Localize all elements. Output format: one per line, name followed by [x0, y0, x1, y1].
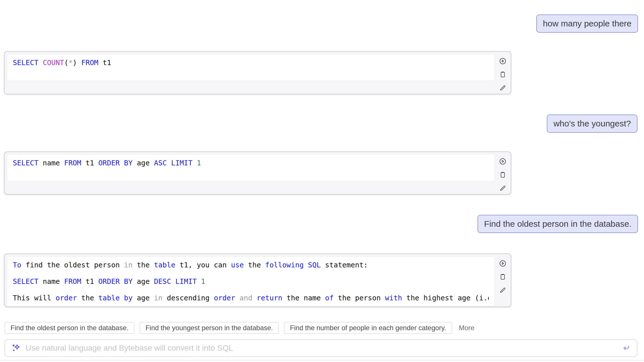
- sql-editor[interactable]: SELECT COUNT(*) FROM t1: [7, 54, 495, 81]
- pencil-icon: [499, 184, 506, 192]
- user-message-row: how many people there: [0, 14, 644, 33]
- nl2sql-input-container[interactable]: [5, 339, 637, 357]
- play-circle-icon: [499, 260, 506, 267]
- bottom-divider: [0, 360, 644, 361]
- suggestion-button[interactable]: Find the oldest person in the database.: [5, 322, 134, 334]
- user-message-bubble: how many people there: [536, 14, 638, 33]
- copy-sql-button[interactable]: [499, 273, 506, 280]
- suggestion-button[interactable]: Find the number of people in each gender…: [284, 322, 452, 334]
- user-message-bubble: who's the youngest?: [547, 115, 637, 133]
- user-message-bubble: Find the oldest person in the database.: [477, 215, 638, 233]
- sql-response-block: SELECT name FROM t1 ORDER BY age ASC LIM…: [4, 151, 511, 195]
- sql-actions-column: [497, 154, 508, 192]
- run-sql-button[interactable]: [499, 57, 506, 65]
- code-line: To find the oldest person in the table t…: [13, 260, 489, 270]
- clipboard-icon: [499, 273, 506, 280]
- sql-actions-column: [497, 256, 508, 294]
- code-line: SELECT COUNT(*) FROM t1: [13, 58, 489, 68]
- pencil-icon: [499, 286, 506, 294]
- sql-editor[interactable]: SELECT name FROM t1 ORDER BY age ASC LIM…: [7, 154, 495, 181]
- ai-sparkle-icon: [11, 343, 21, 353]
- clipboard-icon: [499, 171, 506, 178]
- run-sql-button[interactable]: [499, 158, 506, 165]
- code-line: SELECT name FROM t1 ORDER BY age DESC LI…: [13, 277, 489, 286]
- copy-sql-button[interactable]: [499, 71, 506, 78]
- sql-response-block: SELECT COUNT(*) FROM t1: [4, 51, 511, 94]
- enter-return-icon[interactable]: [621, 343, 631, 353]
- code-line: This will order the table by age in desc…: [13, 293, 489, 303]
- play-circle-icon: [499, 57, 506, 65]
- copy-sql-button[interactable]: [499, 171, 506, 178]
- user-message-row: Find the oldest person in the database.: [0, 215, 644, 233]
- sql-actions-column: [497, 54, 508, 91]
- run-sql-button[interactable]: [499, 260, 506, 267]
- suggestion-list: Find the oldest person in the database.F…: [5, 322, 452, 334]
- edit-sql-button[interactable]: [499, 286, 506, 294]
- suggestions-row: Find the oldest person in the database.F…: [5, 322, 644, 334]
- edit-sql-button[interactable]: [499, 84, 506, 91]
- pencil-icon: [499, 84, 506, 91]
- edit-sql-button[interactable]: [499, 184, 506, 192]
- play-circle-icon: [499, 158, 506, 165]
- code-line: SELECT name FROM t1 ORDER BY age ASC LIM…: [13, 158, 489, 168]
- user-message-row: who's the youngest?: [0, 115, 644, 133]
- ai-sql-chat-panel: how many people there SELECT COUNT(*) FR…: [0, 14, 644, 362]
- sql-response-block: To find the oldest person in the table t…: [4, 253, 511, 307]
- clipboard-icon: [499, 71, 506, 78]
- more-suggestions-button[interactable]: More: [459, 324, 475, 332]
- suggestion-button[interactable]: Find the youngest person in the database…: [140, 322, 279, 334]
- nl2sql-input[interactable]: [25, 340, 617, 357]
- sql-editor[interactable]: To find the oldest person in the table t…: [7, 256, 495, 306]
